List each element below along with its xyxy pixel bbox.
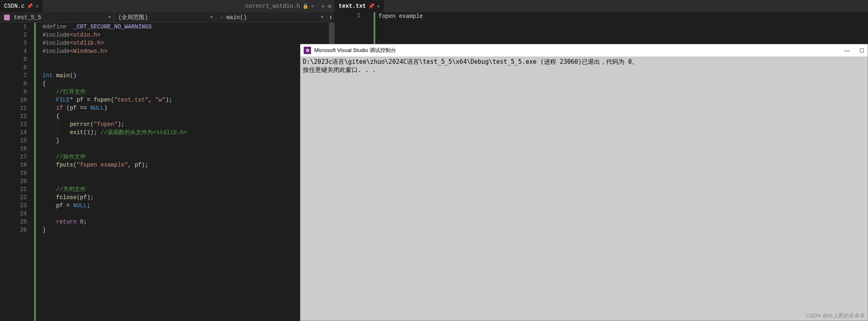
line-number: 1 <box>0 23 27 31</box>
line-number: 15 <box>0 137 27 145</box>
line-number: 21 <box>0 185 27 193</box>
line-number: 8 <box>0 80 27 88</box>
chevron-down-icon[interactable]: ▼ <box>321 15 326 20</box>
line-number: 14 <box>0 128 27 137</box>
split-editor-button[interactable]: ⫾ <box>327 12 335 23</box>
tab-csdn-c[interactable]: CSDN.c 📌 ✕ <box>0 0 43 12</box>
line-number: 19 <box>0 169 27 177</box>
line-number: 26 <box>0 226 27 234</box>
window-controls: ― ☐ <box>844 48 864 54</box>
left-editor-pane: CSDN.c 📌 ✕ corecrt_wstdio.h 🔒 ✕ ▾ ⚙ test… <box>0 0 335 321</box>
left-tab-bar: CSDN.c 📌 ✕ corecrt_wstdio.h 🔒 ✕ ▾ ⚙ <box>0 0 335 12</box>
maximize-button[interactable]: ☐ <box>859 48 864 54</box>
method-icon: ▫ <box>220 14 224 21</box>
code-content[interactable]: #define _CRT_SECURE_NO_WARNINGS #include… <box>36 23 335 321</box>
crumb-scope: (全局范围) <box>118 14 148 21</box>
line-number: 13 <box>0 120 27 128</box>
close-icon[interactable]: ✕ <box>311 3 314 9</box>
breadcrumb-bar: test_5_5 ▼ (全局范围) ▼ ▫ main() ▼ <box>0 12 335 23</box>
split-icon: ⫾ <box>329 14 332 21</box>
line-number: 7 <box>0 72 27 80</box>
console-title-text: Microsoft Visual Studio 调试控制台 <box>314 47 396 54</box>
line-number: 1 <box>335 12 361 19</box>
line-number: 24 <box>0 210 27 218</box>
line-number: 25 <box>0 218 27 226</box>
minimize-button[interactable]: ― <box>844 48 850 54</box>
close-icon[interactable]: ✕ <box>35 3 38 9</box>
tab-label: text.txt <box>339 3 366 9</box>
readonly-icon: 🔒 <box>302 3 309 9</box>
console-line: 按任意键关闭此窗口. . . <box>303 66 376 74</box>
line-number: 3 <box>0 39 27 47</box>
tab-label: corecrt_wstdio.h <box>245 3 300 9</box>
chevron-down-icon[interactable]: ▼ <box>109 15 114 20</box>
dropdown-icon[interactable]: ▾ <box>321 3 324 10</box>
line-number: 5 <box>0 55 27 63</box>
watermark: CSDN @向上爬的卓卓卓 <box>806 312 865 319</box>
tab-label: CSDN.c <box>4 3 24 9</box>
line-number: 16 <box>0 145 27 153</box>
pin-icon[interactable]: 📌 <box>368 3 374 9</box>
line-number: 11 <box>0 104 27 112</box>
line-number: 18 <box>0 161 27 169</box>
tab-text-txt[interactable]: text.txt 📌 ✕ <box>335 0 384 12</box>
console-line: D:\2023c语言\gitee\zhuo\2024C语言\test_5_5\x… <box>303 58 638 65</box>
line-number: 10 <box>0 96 27 104</box>
crumb-func-group[interactable]: ▫ main() ▼ <box>216 12 326 23</box>
console-title-bar[interactable]: ⧉ Microsoft Visual Studio 调试控制台 ― ☐ <box>300 44 868 56</box>
tab-extra-area: corecrt_wstdio.h 🔒 ✕ ▾ ⚙ <box>238 0 335 12</box>
pin-icon[interactable]: 📌 <box>27 3 33 9</box>
line-number: 4 <box>0 47 27 55</box>
line-number: 17 <box>0 153 27 161</box>
line-number: 6 <box>0 63 27 72</box>
console-output[interactable]: D:\2023c语言\gitee\zhuo\2024C语言\test_5_5\x… <box>300 56 868 321</box>
line-number-gutter: 1 2 3 4 5 6 7 8 9 10 11 12 13 14 15 16 1… <box>0 23 36 321</box>
crumb-file: test_5_5 <box>14 14 41 21</box>
chevron-down-icon[interactable]: ▼ <box>211 15 216 20</box>
crumb-scope-group[interactable]: (全局范围) ▼ <box>114 12 216 23</box>
file-icon <box>4 15 10 20</box>
gear-icon[interactable]: ⚙ <box>328 3 331 10</box>
close-icon[interactable]: ✕ <box>377 3 380 9</box>
debug-console-window[interactable]: ⧉ Microsoft Visual Studio 调试控制台 ― ☐ D:\2… <box>300 44 868 321</box>
tab-corecrt[interactable]: corecrt_wstdio.h 🔒 ✕ <box>241 0 318 12</box>
right-tab-bar: text.txt 📌 ✕ <box>335 0 868 12</box>
line-number: 23 <box>0 202 27 210</box>
text-line: fopen example <box>379 13 423 20</box>
line-number: 9 <box>0 88 27 96</box>
line-number: 2 <box>0 31 27 39</box>
code-editor[interactable]: 1 2 3 4 5 6 7 8 9 10 11 12 13 14 15 16 1… <box>0 23 335 321</box>
crumb-func: main() <box>226 14 246 21</box>
line-number: 20 <box>0 177 27 185</box>
crumb-file-group[interactable]: test_5_5 ▼ <box>0 12 114 23</box>
line-number: 22 <box>0 193 27 202</box>
vs-icon: ⧉ <box>304 47 311 54</box>
line-number: 12 <box>0 112 27 120</box>
